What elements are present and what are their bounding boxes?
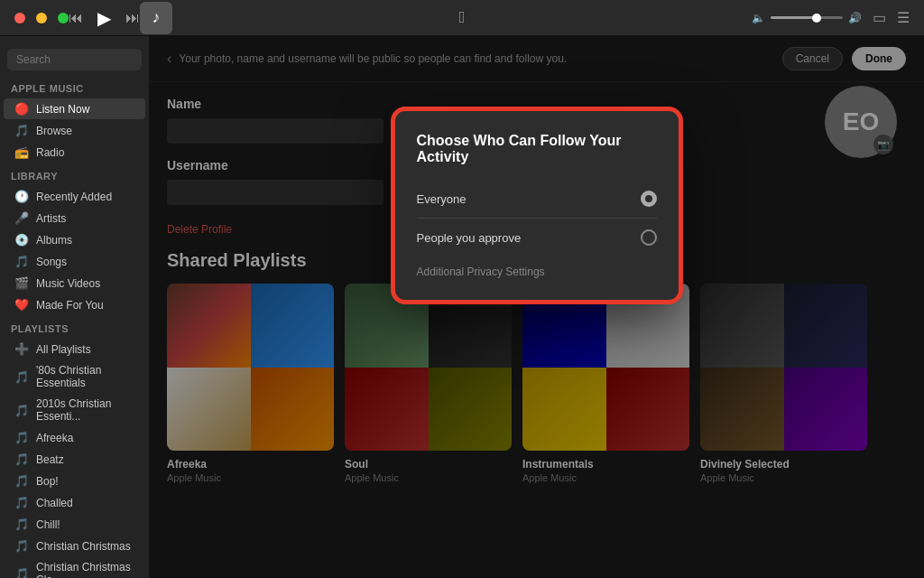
sidebar-item-beatz[interactable]: 🎵 Beatz bbox=[4, 449, 145, 470]
playlist-icon-3: 🎵 bbox=[14, 431, 29, 444]
modal-option-everyone[interactable]: Everyone bbox=[417, 183, 657, 214]
music-note-icon: ♪ bbox=[140, 2, 172, 34]
playlist-icon-2: 🎵 bbox=[14, 404, 29, 417]
artists-label: Artists bbox=[36, 212, 66, 225]
playlist-label-6: Challed bbox=[36, 497, 73, 509]
rewind-icon[interactable]: ⏮ bbox=[69, 10, 83, 26]
forward-icon[interactable]: ⏭ bbox=[125, 10, 140, 26]
modal-box: Choose Who Can Follow Your Activity Ever… bbox=[393, 108, 681, 303]
modal-option-approve[interactable]: People you approve bbox=[417, 222, 657, 253]
window-controls bbox=[14, 13, 69, 23]
playlist-label-8: Christian Christmas bbox=[36, 540, 131, 553]
music-videos-label: Music Videos bbox=[36, 277, 100, 290]
playlist-label-4: Beatz bbox=[36, 453, 64, 466]
modal-title: Choose Who Can Follow Your Activity bbox=[417, 133, 657, 165]
search-input[interactable] bbox=[7, 49, 142, 70]
volume-fill bbox=[771, 16, 814, 19]
music-videos-icon: 🎬 bbox=[14, 276, 29, 290]
sidebar-item-music-videos[interactable]: 🎬 Music Videos bbox=[4, 273, 145, 294]
radio-approve[interactable] bbox=[641, 229, 657, 246]
all-playlists-label: All Playlists bbox=[36, 343, 91, 356]
playlist-label-9: Christian Christmas Cla... bbox=[36, 561, 134, 578]
playlist-label-5: Bop! bbox=[36, 475, 59, 488]
sidebar: Apple Music 🔴 Listen Now 🎵 Browse 📻 Radi… bbox=[0, 36, 149, 578]
apple-logo-icon:  bbox=[459, 8, 466, 27]
sidebar-item-made-for-you[interactable]: ❤️ Made For You bbox=[4, 294, 145, 315]
sidebar-item-christian-christmas[interactable]: 🎵 Christian Christmas bbox=[4, 536, 145, 556]
playlist-icon-6: 🎵 bbox=[14, 496, 29, 509]
apple-music-label: Apple Music bbox=[0, 76, 149, 98]
sidebar-item-artists[interactable]: 🎤 Artists bbox=[4, 208, 145, 228]
app-body: Apple Music 🔴 Listen Now 🎵 Browse 📻 Radi… bbox=[0, 36, 924, 578]
playlist-label-1: '80s Christian Essentials bbox=[36, 364, 134, 389]
option-approve-label: People you approve bbox=[417, 231, 522, 245]
all-playlists-icon: ➕ bbox=[14, 342, 29, 356]
sidebar-item-challed[interactable]: 🎵 Challed bbox=[4, 492, 145, 513]
sidebar-item-bop[interactable]: 🎵 Bop! bbox=[4, 471, 145, 491]
sidebar-item-browse[interactable]: 🎵 Browse bbox=[4, 120, 145, 141]
albums-label: Albums bbox=[36, 234, 72, 247]
titlebar-right: 🔈 🔊 ▭ ☰ bbox=[752, 9, 910, 26]
main-content: ‹ Your photo, name and username will be … bbox=[149, 36, 924, 578]
radio-everyone[interactable] bbox=[641, 191, 657, 207]
browse-label: Browse bbox=[36, 125, 72, 137]
listen-now-label: Listen Now bbox=[36, 103, 89, 116]
playlist-icon-1: 🎵 bbox=[14, 370, 29, 384]
volume-high-icon: 🔊 bbox=[848, 12, 862, 24]
titlebar: ⏮ ▶ ⏭ ♪  🔈 🔊 ▭ ☰ bbox=[0, 0, 924, 36]
playlist-icon-9: 🎵 bbox=[14, 567, 29, 579]
sidebar-item-listen-now[interactable]: 🔴 Listen Now bbox=[4, 98, 145, 119]
playlist-icon-4: 🎵 bbox=[14, 452, 29, 466]
volume-slider[interactable] bbox=[771, 16, 843, 19]
playlist-icon-8: 🎵 bbox=[14, 539, 29, 553]
sidebar-item-afreeka[interactable]: 🎵 Afreeka bbox=[4, 427, 145, 448]
playlist-label-3: Afreeka bbox=[36, 432, 73, 444]
volume-knob bbox=[812, 14, 821, 23]
browse-icon: 🎵 bbox=[14, 124, 29, 137]
playlists-label: Playlists bbox=[0, 316, 149, 338]
radio-label: Radio bbox=[36, 146, 64, 159]
playlist-icon-5: 🎵 bbox=[14, 474, 29, 488]
volume-low-icon: 🔈 bbox=[752, 12, 765, 24]
display-icon[interactable]: ▭ bbox=[873, 9, 886, 26]
modal-overlay: Choose Who Can Follow Your Activity Ever… bbox=[149, 36, 924, 578]
radio-icon: 📻 bbox=[14, 145, 29, 159]
library-label: Library bbox=[0, 163, 149, 185]
sidebar-item-songs[interactable]: 🎵 Songs bbox=[4, 251, 145, 272]
made-for-you-icon: ❤️ bbox=[14, 298, 29, 312]
recently-added-label: Recently Added bbox=[36, 191, 112, 203]
play-icon[interactable]: ▶ bbox=[97, 7, 111, 29]
listen-now-icon: 🔴 bbox=[14, 102, 29, 116]
recently-added-icon: 🕐 bbox=[14, 190, 29, 203]
made-for-you-label: Made For You bbox=[36, 299, 104, 312]
maximize-button[interactable] bbox=[58, 13, 69, 23]
sidebar-item-all-playlists[interactable]: ➕ All Playlists bbox=[4, 339, 145, 359]
option-everyone-label: Everyone bbox=[417, 192, 467, 206]
modal-divider bbox=[417, 218, 657, 219]
transport-controls: ⏮ ▶ ⏭ bbox=[69, 7, 140, 29]
privacy-settings-link[interactable]: Additional Privacy Settings bbox=[417, 266, 657, 278]
sidebar-item-2010s[interactable]: 🎵 2010s Christian Essenti... bbox=[4, 394, 145, 426]
sidebar-item-christian-christmas-cla[interactable]: 🎵 Christian Christmas Cla... bbox=[4, 557, 145, 578]
sidebar-item-albums[interactable]: 💿 Albums bbox=[4, 229, 145, 250]
sidebar-item-recently-added[interactable]: 🕐 Recently Added bbox=[4, 186, 145, 207]
sidebar-item-chill[interactable]: 🎵 Chill! bbox=[4, 514, 145, 535]
volume-control[interactable]: 🔈 🔊 bbox=[752, 12, 862, 24]
songs-label: Songs bbox=[36, 256, 67, 268]
close-button[interactable] bbox=[14, 13, 25, 23]
songs-icon: 🎵 bbox=[14, 255, 29, 268]
albums-icon: 💿 bbox=[14, 233, 29, 247]
playlist-label-2: 2010s Christian Essenti... bbox=[36, 397, 134, 423]
playlist-label-7: Chill! bbox=[36, 518, 60, 531]
playlist-icon-7: 🎵 bbox=[14, 517, 29, 531]
minimize-button[interactable] bbox=[36, 13, 47, 23]
apple-logo-area:  bbox=[172, 8, 752, 27]
sidebar-item-80s[interactable]: 🎵 '80s Christian Essentials bbox=[4, 360, 145, 393]
menu-icon[interactable]: ☰ bbox=[897, 9, 910, 26]
sidebar-item-radio[interactable]: 📻 Radio bbox=[4, 142, 145, 163]
artists-icon: 🎤 bbox=[14, 211, 29, 225]
